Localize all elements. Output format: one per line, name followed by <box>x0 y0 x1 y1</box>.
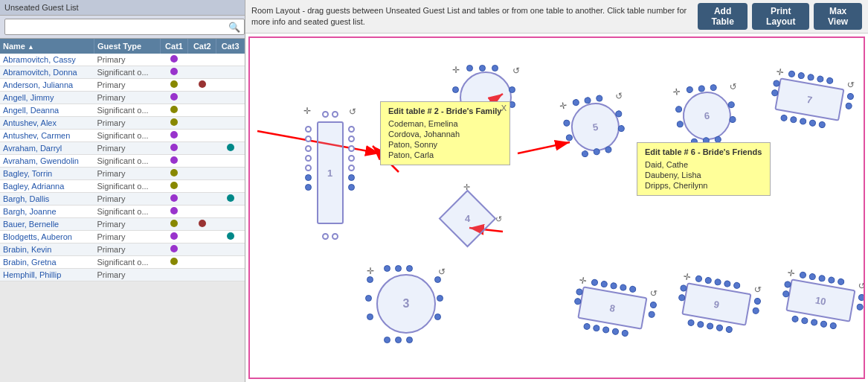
table-3[interactable]: ✛ ↺ 3 <box>365 265 447 347</box>
popup-2-close[interactable]: X <box>501 104 507 112</box>
table-row: Brabin, GretnaSignificant o... <box>0 256 245 269</box>
col-name[interactable]: Name ▲ <box>0 39 94 54</box>
cat3-dot <box>216 243 245 256</box>
guest-name[interactable]: Abramovitch, Donna <box>0 66 94 79</box>
seat <box>818 275 826 282</box>
seat <box>676 121 684 128</box>
table-4[interactable]: 4 ✛ ↺ <box>428 179 507 258</box>
add-table-button[interactable]: Add Table <box>698 3 748 30</box>
guest-name[interactable]: Anderson, Julianna <box>0 79 94 92</box>
cat1-dot <box>160 206 188 218</box>
seat <box>828 276 835 284</box>
col-cat2[interactable]: Cat2 <box>188 39 216 54</box>
table-6-popup[interactable]: Edit table # 6 - Bride's Friends Daid, C… <box>637 142 771 196</box>
search-input[interactable] <box>4 19 245 35</box>
move-handle-7[interactable]: ✛ <box>776 66 785 78</box>
col-cat1[interactable]: Cat1 <box>160 39 188 54</box>
table-6-label[interactable]: 6 <box>704 110 710 122</box>
table-8-label[interactable]: 8 <box>609 302 617 313</box>
rotate-handle-8[interactable]: ↺ <box>649 287 658 299</box>
move-handle-6[interactable]: ✛ <box>672 86 681 98</box>
table-10[interactable]: ✛ ↺ 10 <box>777 266 865 339</box>
seat <box>799 271 806 278</box>
max-view-button[interactable]: Max View <box>814 3 862 30</box>
table-7-label[interactable]: 7 <box>806 93 814 105</box>
guest-name[interactable]: Hemphill, Phillip <box>0 269 94 281</box>
seat <box>687 319 695 326</box>
guest-name[interactable]: Blodgetts, Auberon <box>0 231 94 243</box>
guest-name[interactable]: Angell, Jimmy <box>0 92 94 104</box>
col-guest-type[interactable]: Guest Type <box>94 39 161 54</box>
room-layout-instructions: Room Layout - drag guests between Unseat… <box>251 5 698 28</box>
move-handle-8[interactable]: ✛ <box>579 275 588 287</box>
rotate-handle-3[interactable]: ↺ <box>438 267 446 277</box>
rotate-handle-6[interactable]: ↺ <box>729 81 737 92</box>
move-handle-4[interactable]: ✛ <box>463 182 470 192</box>
move-handle-5[interactable]: ✛ <box>559 100 568 112</box>
rotate-handle-2[interactable]: ↺ <box>512 66 520 76</box>
cat1-dot <box>160 66 188 79</box>
guest-name[interactable]: Bauer, Bernelle <box>0 218 94 231</box>
guest-name[interactable]: Bargh, Dallis <box>0 193 94 206</box>
guest-name[interactable]: Avraham, Gwendolin <box>0 155 94 168</box>
seat <box>704 276 712 284</box>
guest-name[interactable]: Bagley, Torrin <box>0 168 94 180</box>
table-8[interactable]: ✛ ↺ 8 <box>569 273 660 346</box>
rotate-handle-9[interactable]: ↺ <box>753 284 762 296</box>
table-4-label[interactable]: 4 <box>465 213 470 224</box>
move-handle-10[interactable]: ✛ <box>787 267 796 279</box>
seat <box>395 265 402 272</box>
table-1-label[interactable]: 1 <box>327 168 332 179</box>
seat <box>434 276 441 283</box>
table-7[interactable]: ✛ ↺ 7 <box>766 65 857 138</box>
guest-name[interactable]: Bagley, Adrianna <box>0 180 94 193</box>
seat <box>581 150 588 157</box>
seat <box>322 233 329 240</box>
seat <box>348 184 355 191</box>
guest-name[interactable]: Bargh, Joanne <box>0 206 94 218</box>
cat3-dot <box>216 92 245 104</box>
move-handle-3[interactable]: ✛ <box>367 267 374 276</box>
cat1-dot <box>160 130 188 142</box>
cat3-dot <box>216 79 245 92</box>
table-9[interactable]: ✛ ↺ 9 <box>673 270 764 343</box>
seat <box>829 322 837 329</box>
table-row: Blodgetts, AuberonPrimary <box>0 231 245 243</box>
search-icon[interactable]: 🔍 <box>228 22 240 33</box>
guest-name[interactable]: Brabin, Kevin <box>0 243 94 256</box>
table-5-label[interactable]: 5 <box>592 121 599 133</box>
table-9-label[interactable]: 9 <box>713 298 721 310</box>
seat <box>384 265 390 272</box>
guest-name[interactable]: Brabin, Gretna <box>0 256 94 269</box>
cat3-dot <box>216 104 245 117</box>
rotate-handle-5[interactable]: ↺ <box>614 90 623 102</box>
seat <box>780 114 788 121</box>
move-handle-9[interactable]: ✛ <box>683 271 692 283</box>
guest-type: Primary <box>94 168 161 180</box>
table-5[interactable]: ✛ ↺ 5 <box>557 89 634 166</box>
seat <box>826 77 833 84</box>
print-layout-button[interactable]: Print Layout <box>752 3 809 30</box>
rotate-handle-4[interactable]: ↺ <box>495 214 502 224</box>
guest-name[interactable]: Antushev, Alex <box>0 117 94 130</box>
table-10-label[interactable]: 10 <box>814 294 827 307</box>
cat2-dot <box>188 66 216 79</box>
guest-name[interactable]: Avraham, Darryl <box>0 142 94 155</box>
rotate-handle-7[interactable]: ↺ <box>846 79 855 91</box>
seat <box>845 102 852 109</box>
seat <box>782 290 789 298</box>
col-cat3[interactable]: Cat3 <box>216 39 245 54</box>
seat <box>788 70 795 77</box>
table-1[interactable]: ✛ ↺ 1 <box>302 105 358 243</box>
seat <box>820 320 827 328</box>
guest-name[interactable]: Angell, Deanna <box>0 104 94 117</box>
rotate-handle-1[interactable]: ↺ <box>349 106 356 117</box>
rotate-handle-10[interactable]: ↺ <box>858 280 865 292</box>
guest-name[interactable]: Abramovitch, Cassy <box>0 54 94 66</box>
table-3-label[interactable]: 3 <box>403 297 410 311</box>
move-handle-2[interactable]: ✛ <box>452 66 460 74</box>
move-handle-1[interactable]: ✛ <box>303 106 311 115</box>
table-2-popup[interactable]: X Edit table # 2 - Bride's Family Codema… <box>380 101 510 165</box>
cat1-dot <box>160 218 188 231</box>
guest-name[interactable]: Antushev, Carmen <box>0 130 94 142</box>
